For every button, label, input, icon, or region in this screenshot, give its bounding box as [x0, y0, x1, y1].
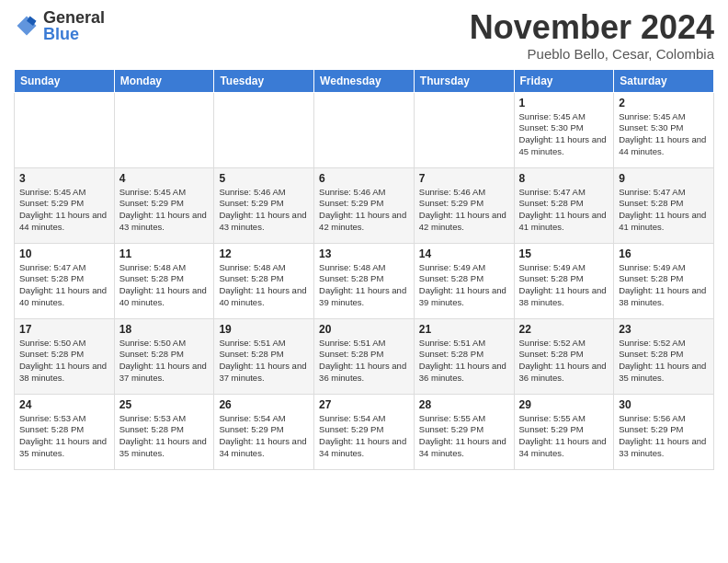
header-wednesday: Wednesday — [314, 69, 415, 92]
day-info: Sunrise: 5:49 AM Sunset: 5:28 PM Dayligh… — [519, 262, 609, 309]
month-title: November 2024 — [470, 9, 714, 46]
calendar-week-5: 24Sunrise: 5:53 AM Sunset: 5:28 PM Dayli… — [15, 394, 714, 469]
day-info: Sunrise: 5:52 AM Sunset: 5:28 PM Dayligh… — [619, 338, 709, 385]
day-number: 19 — [219, 323, 309, 336]
day-number: 22 — [519, 323, 609, 336]
day-info: Sunrise: 5:51 AM Sunset: 5:28 PM Dayligh… — [219, 338, 309, 385]
day-info: Sunrise: 5:52 AM Sunset: 5:28 PM Dayligh… — [519, 338, 609, 385]
day-info: Sunrise: 5:48 AM Sunset: 5:28 PM Dayligh… — [219, 262, 309, 309]
day-info: Sunrise: 5:45 AM Sunset: 5:29 PM Dayligh… — [119, 187, 210, 234]
calendar-cell — [214, 92, 314, 167]
header-tuesday: Tuesday — [214, 69, 314, 92]
header-sunday: Sunday — [15, 69, 115, 92]
day-number: 3 — [19, 172, 109, 185]
calendar-cell — [15, 92, 115, 167]
day-info: Sunrise: 5:55 AM Sunset: 5:29 PM Dayligh… — [519, 413, 609, 460]
calendar-cell: 12Sunrise: 5:48 AM Sunset: 5:28 PM Dayli… — [214, 243, 314, 318]
calendar-cell: 21Sunrise: 5:51 AM Sunset: 5:28 PM Dayli… — [414, 318, 514, 394]
day-number: 18 — [119, 323, 210, 336]
calendar-cell — [414, 92, 514, 167]
day-info: Sunrise: 5:45 AM Sunset: 5:30 PM Dayligh… — [519, 111, 609, 158]
day-info: Sunrise: 5:47 AM Sunset: 5:28 PM Dayligh… — [519, 187, 609, 234]
calendar-cell: 9Sunrise: 5:47 AM Sunset: 5:28 PM Daylig… — [614, 167, 714, 243]
day-number: 14 — [419, 247, 509, 260]
day-number: 11 — [119, 247, 210, 260]
calendar-cell: 4Sunrise: 5:45 AM Sunset: 5:29 PM Daylig… — [114, 167, 214, 243]
day-info: Sunrise: 5:46 AM Sunset: 5:29 PM Dayligh… — [319, 187, 409, 234]
day-info: Sunrise: 5:48 AM Sunset: 5:28 PM Dayligh… — [119, 262, 210, 309]
calendar-cell: 18Sunrise: 5:50 AM Sunset: 5:28 PM Dayli… — [114, 318, 214, 394]
header-thursday: Thursday — [414, 69, 514, 92]
day-number: 8 — [519, 172, 609, 185]
header-friday: Friday — [514, 69, 614, 92]
day-info: Sunrise: 5:46 AM Sunset: 5:29 PM Dayligh… — [219, 187, 309, 234]
logo-general: General — [43, 9, 105, 26]
logo-blue: Blue — [43, 26, 105, 42]
day-info: Sunrise: 5:53 AM Sunset: 5:28 PM Dayligh… — [119, 413, 210, 460]
calendar-cell: 20Sunrise: 5:51 AM Sunset: 5:28 PM Dayli… — [314, 318, 415, 394]
day-info: Sunrise: 5:55 AM Sunset: 5:29 PM Dayligh… — [419, 413, 509, 460]
day-number: 25 — [119, 398, 210, 411]
calendar-table: Sunday Monday Tuesday Wednesday Thursday… — [14, 69, 714, 470]
day-info: Sunrise: 5:54 AM Sunset: 5:29 PM Dayligh… — [319, 413, 409, 460]
calendar-cell: 2Sunrise: 5:45 AM Sunset: 5:30 PM Daylig… — [614, 92, 714, 167]
logo: General Blue — [14, 9, 105, 42]
calendar-cell: 19Sunrise: 5:51 AM Sunset: 5:28 PM Dayli… — [214, 318, 314, 394]
calendar-cell: 13Sunrise: 5:48 AM Sunset: 5:28 PM Dayli… — [314, 243, 415, 318]
calendar-cell: 8Sunrise: 5:47 AM Sunset: 5:28 PM Daylig… — [514, 167, 614, 243]
day-info: Sunrise: 5:45 AM Sunset: 5:29 PM Dayligh… — [19, 187, 109, 234]
day-info: Sunrise: 5:56 AM Sunset: 5:29 PM Dayligh… — [619, 413, 709, 460]
day-info: Sunrise: 5:46 AM Sunset: 5:29 PM Dayligh… — [419, 187, 509, 234]
calendar-cell: 11Sunrise: 5:48 AM Sunset: 5:28 PM Dayli… — [114, 243, 214, 318]
day-number: 13 — [319, 247, 409, 260]
calendar-cell: 7Sunrise: 5:46 AM Sunset: 5:29 PM Daylig… — [414, 167, 514, 243]
day-info: Sunrise: 5:47 AM Sunset: 5:28 PM Dayligh… — [619, 187, 709, 234]
calendar-cell: 29Sunrise: 5:55 AM Sunset: 5:29 PM Dayli… — [514, 394, 614, 469]
day-number: 2 — [619, 97, 709, 109]
calendar-cell: 30Sunrise: 5:56 AM Sunset: 5:29 PM Dayli… — [614, 394, 714, 469]
calendar-week-4: 17Sunrise: 5:50 AM Sunset: 5:28 PM Dayli… — [15, 318, 714, 394]
calendar-cell: 6Sunrise: 5:46 AM Sunset: 5:29 PM Daylig… — [314, 167, 415, 243]
main-container: General Blue November 2024 Pueblo Bello,… — [0, 0, 728, 475]
calendar-week-3: 10Sunrise: 5:47 AM Sunset: 5:28 PM Dayli… — [15, 243, 714, 318]
logo-icon — [14, 13, 40, 39]
day-number: 9 — [619, 172, 709, 185]
calendar-cell — [114, 92, 214, 167]
day-number: 4 — [119, 172, 210, 185]
day-number: 20 — [319, 323, 409, 336]
day-info: Sunrise: 5:48 AM Sunset: 5:28 PM Dayligh… — [319, 262, 409, 309]
logo-text: General Blue — [43, 9, 105, 42]
day-number: 1 — [519, 97, 609, 109]
day-number: 24 — [19, 398, 109, 411]
day-number: 26 — [219, 398, 309, 411]
day-number: 6 — [319, 172, 409, 185]
calendar-cell: 22Sunrise: 5:52 AM Sunset: 5:28 PM Dayli… — [514, 318, 614, 394]
calendar-cell: 28Sunrise: 5:55 AM Sunset: 5:29 PM Dayli… — [414, 394, 514, 469]
day-info: Sunrise: 5:50 AM Sunset: 5:28 PM Dayligh… — [119, 338, 210, 385]
calendar-cell: 5Sunrise: 5:46 AM Sunset: 5:29 PM Daylig… — [214, 167, 314, 243]
calendar-header-row: Sunday Monday Tuesday Wednesday Thursday… — [15, 69, 714, 92]
day-number: 29 — [519, 398, 609, 411]
day-number: 21 — [419, 323, 509, 336]
calendar-cell: 27Sunrise: 5:54 AM Sunset: 5:29 PM Dayli… — [314, 394, 415, 469]
day-info: Sunrise: 5:47 AM Sunset: 5:28 PM Dayligh… — [19, 262, 109, 309]
calendar-cell: 16Sunrise: 5:49 AM Sunset: 5:28 PM Dayli… — [614, 243, 714, 318]
day-info: Sunrise: 5:45 AM Sunset: 5:30 PM Dayligh… — [619, 111, 709, 158]
day-number: 15 — [519, 247, 609, 260]
day-info: Sunrise: 5:51 AM Sunset: 5:28 PM Dayligh… — [419, 338, 509, 385]
day-number: 28 — [419, 398, 509, 411]
calendar-week-1: 1Sunrise: 5:45 AM Sunset: 5:30 PM Daylig… — [15, 92, 714, 167]
calendar-cell: 10Sunrise: 5:47 AM Sunset: 5:28 PM Dayli… — [15, 243, 115, 318]
day-info: Sunrise: 5:51 AM Sunset: 5:28 PM Dayligh… — [319, 338, 409, 385]
day-number: 17 — [19, 323, 109, 336]
day-number: 27 — [319, 398, 409, 411]
calendar-cell: 25Sunrise: 5:53 AM Sunset: 5:28 PM Dayli… — [114, 394, 214, 469]
calendar-cell: 14Sunrise: 5:49 AM Sunset: 5:28 PM Dayli… — [414, 243, 514, 318]
day-number: 30 — [619, 398, 709, 411]
day-info: Sunrise: 5:49 AM Sunset: 5:28 PM Dayligh… — [619, 262, 709, 309]
header: General Blue November 2024 Pueblo Bello,… — [14, 9, 714, 62]
day-number: 7 — [419, 172, 509, 185]
header-saturday: Saturday — [614, 69, 714, 92]
calendar-cell: 3Sunrise: 5:45 AM Sunset: 5:29 PM Daylig… — [15, 167, 115, 243]
calendar-cell: 15Sunrise: 5:49 AM Sunset: 5:28 PM Dayli… — [514, 243, 614, 318]
